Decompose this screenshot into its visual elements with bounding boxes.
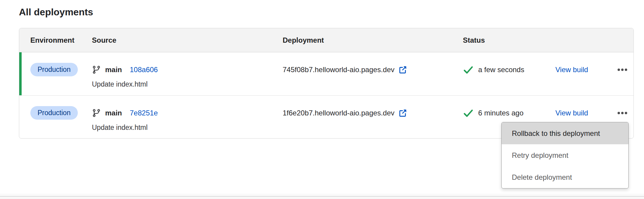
commit-link[interactable]: 7e8251e	[130, 109, 158, 117]
deployment-cell: 745f08b7.helloworld-aio.pages.dev	[283, 52, 463, 95]
external-link-icon[interactable]	[398, 109, 407, 118]
more-options-button[interactable]	[615, 63, 630, 76]
environment-cell: Production	[30, 52, 92, 95]
environment-badge: Production	[30, 63, 78, 76]
git-branch-icon	[92, 65, 101, 74]
view-build-link[interactable]: View build	[555, 66, 588, 74]
deployment-row: Production main 108a606 Update index.htm…	[19, 52, 633, 96]
status-time: 6 minutes ago	[478, 109, 524, 117]
more-options-button[interactable]	[615, 106, 630, 120]
deployment-url: 1f6e20b7.helloworld-aio.pages.dev	[283, 109, 394, 117]
actions-cell	[611, 52, 633, 95]
branch-name: main	[105, 66, 122, 74]
view-build-link[interactable]: View build	[555, 109, 588, 117]
deployment-url: 745f08b7.helloworld-aio.pages.dev	[283, 66, 394, 74]
source-cell: main 108a606 Update index.html	[92, 52, 283, 95]
commit-link[interactable]: 108a606	[130, 66, 158, 74]
page-bottom-divider	[0, 193, 644, 197]
column-header-environment: Environment	[30, 36, 92, 44]
page-bottom-strip	[0, 197, 644, 199]
column-header-source: Source	[92, 36, 283, 44]
environment-cell: Production	[30, 96, 92, 138]
commit-message: Update index.html	[92, 80, 283, 88]
menu-item-rollback[interactable]: Rollback to this deployment	[502, 122, 628, 144]
status-cell: a few seconds	[463, 52, 555, 95]
git-branch-icon	[92, 109, 101, 118]
source-cell: main 7e8251e Update index.html	[92, 96, 283, 138]
view-build-cell: View build	[555, 52, 611, 95]
environment-badge: Production	[30, 106, 78, 120]
commit-message: Update index.html	[92, 124, 283, 132]
table-header-row: Environment Source Deployment Status	[19, 28, 633, 52]
success-check-icon	[463, 108, 474, 118]
external-link-icon[interactable]	[398, 65, 407, 74]
success-check-icon	[463, 64, 474, 75]
deployment-cell: 1f6e20b7.helloworld-aio.pages.dev	[283, 96, 463, 138]
deployment-context-menu: Rollback to this deployment Retry deploy…	[501, 122, 629, 188]
menu-item-retry[interactable]: Retry deployment	[502, 144, 628, 166]
menu-item-delete[interactable]: Delete deployment	[502, 166, 628, 188]
branch-name: main	[105, 109, 122, 117]
page-title: All deployments	[19, 7, 93, 18]
status-time: a few seconds	[478, 66, 524, 74]
active-deployment-indicator	[19, 52, 22, 95]
column-header-status: Status	[463, 36, 633, 44]
column-header-deployment: Deployment	[283, 36, 463, 44]
